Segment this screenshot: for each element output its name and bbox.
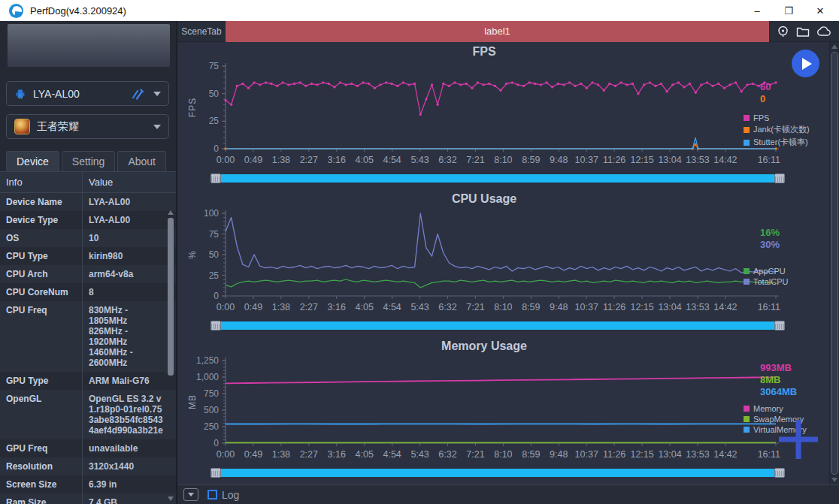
value-cell: 10: [83, 229, 176, 247]
android-icon: [14, 88, 26, 100]
range-handle-left[interactable]: [211, 468, 221, 478]
range-handle-right[interactable]: [774, 321, 785, 330]
title-bar: PerfDog(v4.3.200924) – ❐ ✕: [0, 0, 839, 21]
svg-text:9:48: 9:48: [550, 155, 568, 165]
chevron-down-icon: [153, 92, 161, 96]
svg-text:25: 25: [209, 270, 220, 281]
svg-text:7:21: 7:21: [466, 302, 484, 312]
svg-text:MB: MB: [187, 394, 198, 409]
perfdog-window: PerfDog(v4.3.200924) – ❐ ✕: [0, 0, 839, 504]
log-checkbox[interactable]: [207, 490, 217, 499]
table-row[interactable]: OpenGLOpenGL ES 3.2 v1.r18p0-01rel0.753a…: [0, 390, 176, 439]
svg-text:25: 25: [209, 116, 220, 126]
legend-item[interactable]: Stutter(卡顿率): [744, 137, 816, 148]
legend-item[interactable]: FPS: [744, 113, 816, 122]
table-row[interactable]: Device TypeLYA-AL00: [0, 211, 176, 229]
sidebar-scrollbar-thumb[interactable]: [168, 218, 174, 376]
table-row[interactable]: Screen Size6.39 in: [0, 475, 176, 493]
scroll-down-icon[interactable]: [168, 496, 174, 501]
app-selector[interactable]: 王者荣耀: [6, 114, 169, 139]
range-handle-left[interactable]: [211, 321, 221, 330]
cpu-current-values: 16%30%: [760, 227, 816, 250]
fps-time-range-slider[interactable]: [211, 174, 785, 183]
maximize-button[interactable]: ❐: [773, 1, 804, 20]
svg-text:8:10: 8:10: [494, 302, 512, 312]
range-bar[interactable]: [221, 469, 774, 477]
value-cell: 7.4 GB: [83, 493, 176, 504]
close-button[interactable]: ✕: [804, 1, 836, 20]
location-icon[interactable]: [777, 25, 789, 38]
legend-item[interactable]: Memory: [744, 404, 816, 413]
legend-label: Jank(卡顿次数): [753, 124, 810, 135]
svg-text:6:32: 6:32: [438, 302, 456, 312]
perfdog-logo-icon: [9, 4, 23, 18]
svg-text:4:54: 4:54: [383, 449, 401, 460]
legend-item[interactable]: AppCPU: [744, 267, 816, 276]
svg-text:50: 50: [209, 249, 220, 260]
svg-text:2:27: 2:27: [300, 155, 318, 165]
main-scrollbar-thumb[interactable]: [831, 52, 838, 475]
legend-item[interactable]: Jank(卡顿次数): [744, 124, 816, 135]
scroll-down-icon[interactable]: [831, 478, 837, 482]
svg-text:12:15: 12:15: [630, 302, 653, 312]
tab-about[interactable]: About: [117, 151, 166, 171]
sidebar-tabs: Device Setting About: [6, 151, 176, 171]
scene-bar: SceneTab label1: [177, 21, 839, 42]
info-cell: CPU Freq: [0, 301, 83, 372]
range-handle-left[interactable]: [211, 174, 221, 183]
scroll-up-icon[interactable]: [831, 44, 837, 49]
table-row[interactable]: OS10: [0, 229, 176, 247]
table-row[interactable]: Resolution3120x1440: [0, 457, 176, 475]
sidebar-scrollbar[interactable]: [167, 210, 174, 501]
range-handle-right[interactable]: [774, 174, 785, 183]
range-handle-right[interactable]: [774, 468, 785, 478]
table-row[interactable]: GPU TypeARM Mali-G76: [0, 372, 176, 390]
svg-text:14:42: 14:42: [713, 449, 737, 460]
table-row[interactable]: Ram Size7.4 GB: [0, 493, 176, 504]
log-toggle[interactable]: Log: [207, 489, 239, 501]
svg-text:4:54: 4:54: [383, 155, 401, 165]
cpu-time-range-slider[interactable]: [211, 321, 785, 330]
svg-text:500: 500: [204, 405, 219, 415]
scene-tab[interactable]: SceneTab: [177, 26, 226, 37]
svg-text:FPS: FPS: [187, 98, 198, 117]
svg-text:14:42: 14:42: [713, 302, 737, 312]
svg-text:1:38: 1:38: [272, 302, 290, 312]
svg-text:250: 250: [204, 421, 219, 432]
start-test-button[interactable]: [792, 50, 819, 77]
tab-device[interactable]: Device: [6, 151, 59, 171]
legend-item[interactable]: TotalCPU: [744, 277, 816, 286]
tab-setting[interactable]: Setting: [62, 151, 116, 171]
table-row[interactable]: CPU Freq830MHz - 1805MHz 826MHz - 1920MH…: [0, 301, 176, 372]
usb-connection-icon: [131, 88, 144, 100]
svg-text:10:37: 10:37: [575, 155, 598, 165]
main-scrollbar[interactable]: [829, 42, 839, 484]
fps-chart-plot: 0255075FPS0:000:491:382:273:164:054:545:…: [183, 60, 788, 173]
table-row[interactable]: CPU CoreNum8: [0, 283, 176, 301]
svg-text:9:48: 9:48: [550, 302, 568, 312]
memory-chart-plot: 02505007501,0001,250MB0:000:491:382:273:…: [183, 355, 788, 467]
collapse-panel-button[interactable]: [183, 488, 198, 501]
scroll-up-icon[interactable]: [168, 210, 174, 215]
current-value: 8MB: [760, 374, 816, 385]
folder-icon[interactable]: [796, 26, 810, 38]
cloud-icon[interactable]: [816, 26, 831, 37]
info-cell: OS: [0, 229, 83, 247]
memory-time-range-slider[interactable]: [211, 468, 785, 478]
table-row[interactable]: GPU Frequnavailable: [0, 439, 176, 457]
minimize-button[interactable]: –: [741, 1, 773, 20]
scene-label[interactable]: label1: [226, 21, 769, 42]
svg-text:75: 75: [209, 229, 220, 240]
fps-chart-section: FPS 0255075FPS0:000:491:382:273:164:054:…: [177, 42, 829, 189]
svg-text:8:10: 8:10: [494, 155, 512, 165]
table-row[interactable]: Device NameLYA-AL00: [0, 193, 176, 211]
table-row[interactable]: CPU Archarm64-v8a: [0, 265, 176, 283]
svg-text:4:05: 4:05: [356, 155, 374, 165]
table-row[interactable]: CPU Typekirin980: [0, 247, 176, 265]
svg-text:0:00: 0:00: [217, 449, 235, 460]
add-label-button[interactable]: [779, 420, 818, 459]
range-bar[interactable]: [221, 321, 774, 330]
device-selector[interactable]: LYA-AL00: [6, 81, 169, 106]
range-bar[interactable]: [221, 174, 774, 183]
cpu-legend: AppCPUTotalCPU: [744, 267, 816, 286]
